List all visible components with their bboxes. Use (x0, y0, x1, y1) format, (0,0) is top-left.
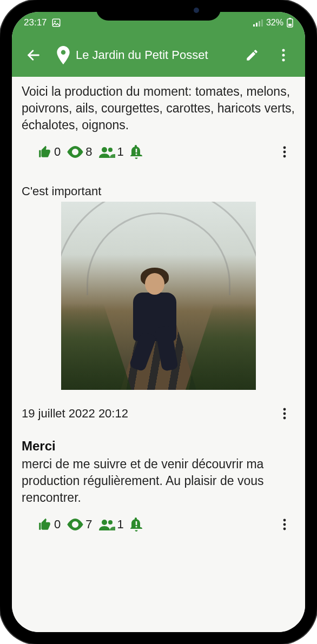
svg-point-31 (283, 528, 286, 530)
post2-stats-row: 0 7 1 (22, 514, 295, 535)
thumb-up-icon (38, 517, 52, 532)
like-button[interactable]: 0 (38, 145, 63, 159)
post1-menu-button[interactable] (274, 141, 295, 163)
battery-icon (287, 18, 293, 28)
people-icon (99, 519, 115, 530)
alert-stat[interactable] (130, 517, 142, 532)
back-button[interactable] (22, 43, 45, 67)
svg-point-21 (283, 408, 286, 411)
post-body: Voici la production du moment: tomates, … (22, 83, 295, 134)
user-count: 1 (117, 145, 124, 159)
svg-rect-4 (259, 21, 260, 26)
post-photo[interactable] (61, 202, 256, 390)
svg-point-18 (283, 147, 286, 149)
post2-stats: 0 7 1 (22, 517, 142, 532)
page-title: Le Jardin du Petit Posset (76, 48, 208, 62)
people-icon (99, 146, 115, 158)
phone-frame: 23:17 32% Le Jardin du Petit Posset (0, 0, 317, 644)
eye-icon (67, 146, 83, 158)
overflow-menu-button[interactable] (272, 43, 295, 67)
svg-rect-7 (289, 18, 291, 19)
arrow-left-icon (26, 48, 41, 63)
views-stat: 7 (67, 517, 94, 532)
svg-rect-5 (261, 19, 263, 26)
alert-stat[interactable] (130, 145, 142, 159)
edit-button[interactable] (240, 43, 264, 67)
pencil-icon (245, 48, 259, 62)
svg-rect-27 (135, 521, 137, 525)
svg-point-15 (108, 148, 113, 152)
svg-rect-8 (288, 24, 292, 26)
screen: 23:17 32% Le Jardin du Petit Posset (12, 12, 305, 632)
svg-point-11 (282, 54, 285, 57)
kebab-icon (283, 519, 286, 530)
svg-point-13 (74, 150, 77, 154)
post1-photo-wrap (22, 202, 295, 390)
user-count: 1 (117, 517, 124, 532)
svg-point-26 (108, 520, 113, 525)
location-pin-icon (56, 46, 70, 64)
svg-point-24 (74, 523, 77, 526)
important-label: C'est important (22, 184, 295, 198)
post1-stats: 0 8 1 (22, 145, 142, 159)
view-count: 7 (85, 517, 92, 532)
post2-timestamp: 19 juillet 2022 20:12 (22, 407, 128, 421)
svg-rect-3 (256, 23, 257, 26)
image-icon (51, 18, 61, 28)
kebab-icon (283, 146, 286, 158)
post1-stats-row: 0 8 1 (22, 141, 295, 163)
svg-point-12 (282, 59, 285, 62)
signal-icon (253, 19, 263, 26)
content-scroll[interactable]: Voici la production du moment: tomates, … (12, 77, 305, 632)
svg-rect-2 (253, 24, 255, 26)
svg-point-20 (283, 155, 286, 158)
post2-header-row: 19 juillet 2022 20:12 (22, 403, 295, 424)
app-bar: Le Jardin du Petit Posset (12, 34, 305, 77)
eye-icon (67, 519, 83, 530)
status-time: 23:17 (24, 17, 47, 28)
post2-body: merci de me suivre et de venir découvrir… (22, 456, 295, 506)
svg-point-25 (102, 520, 107, 525)
svg-rect-16 (135, 149, 137, 152)
users-stat: 1 (99, 517, 126, 532)
thumb-up-icon (38, 145, 52, 159)
phone-notch (96, 0, 221, 21)
post2-title: Merci (22, 439, 295, 454)
kebab-icon (283, 408, 286, 420)
status-right: 32% (253, 18, 293, 28)
post2-stats-menu-button[interactable] (274, 514, 295, 535)
like-count: 0 (54, 145, 61, 159)
svg-point-28 (135, 526, 137, 528)
svg-point-29 (283, 519, 286, 522)
svg-point-30 (283, 523, 286, 526)
views-stat: 8 (67, 145, 94, 159)
view-count: 8 (85, 145, 92, 159)
svg-point-17 (135, 154, 137, 155)
svg-point-14 (102, 147, 107, 152)
bell-alert-icon (130, 517, 142, 532)
svg-point-19 (283, 151, 286, 154)
svg-point-10 (282, 49, 285, 52)
battery-percent: 32% (266, 18, 283, 28)
bell-alert-icon (130, 145, 142, 159)
kebab-icon (282, 49, 285, 62)
svg-point-22 (283, 413, 286, 415)
post2-menu-button[interactable] (274, 403, 295, 424)
app-bar-title-wrap: Le Jardin du Petit Posset (53, 46, 233, 64)
status-left: 23:17 (24, 17, 61, 28)
svg-point-23 (283, 417, 286, 420)
users-stat: 1 (99, 145, 126, 159)
like-button[interactable]: 0 (38, 517, 63, 532)
like-count: 0 (54, 517, 61, 532)
svg-point-1 (54, 21, 56, 22)
